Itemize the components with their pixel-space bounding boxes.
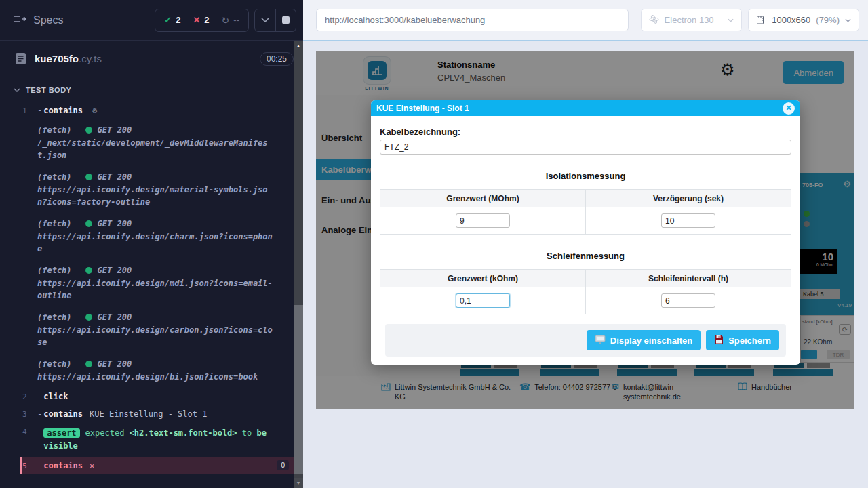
spec-timer: 00:25 [260,52,294,66]
scroll-down-arrow-icon[interactable]: ▼ [294,478,303,488]
options-gear-icon: ⚙ [92,106,97,115]
chevron-down-icon [14,88,20,92]
fetch-log-entry[interactable]: (fetch)GET 200 https://api.iconify.desig… [22,213,294,260]
aut-toolbar: Electron 130 1000x660 (79%) [303,0,868,41]
stat-failed[interactable]: ✕2 [188,15,214,25]
specs-button[interactable]: Specs [14,14,63,26]
command-row-assert[interactable]: 4 - assertexpected <h2.text-sm.font-bold… [22,423,294,457]
fetch-log-entry[interactable]: (fetch)GET 200 https://api.iconify.desig… [22,306,294,353]
close-icon[interactable]: ✕ [783,102,795,115]
stat-pending[interactable]: ↻-- [217,15,244,26]
status-ok-dot [85,314,92,321]
electron-icon [649,14,659,26]
cross-icon: ✕ [193,15,200,25]
command-param: KUE Einstellung - Slot 1 [90,409,207,419]
status-ok-dot [85,127,92,134]
stat-passed[interactable]: ✓2 [159,15,185,25]
cable-name-input[interactable] [380,140,791,155]
status-ok-dot [85,220,92,227]
run-controls [254,9,296,32]
ruler-icon [756,14,766,26]
collapse-button[interactable] [255,9,275,31]
stop-button[interactable] [275,9,296,31]
command-row-click[interactable]: 2 - click [22,388,294,405]
isolation-table: Grenzwert (MOhm) Verzögerung (sek) [380,189,791,235]
specs-label: Specs [33,14,63,26]
chevron-down-icon [728,18,734,22]
loop-col2-header: Schleifenintervall (h) [586,270,791,287]
aut-region: Electron 130 1000x660 (79%) LITTWI [303,0,868,488]
test-stats: ✓2 ✕2 ↻-- [155,9,249,32]
display-on-button[interactable]: Display einschalten [587,330,701,350]
scrollbar-thumb[interactable] [294,305,303,474]
fetch-log-entry[interactable]: (fetch)GET 200 https://api.iconify.desig… [22,353,294,388]
chevron-down-icon [845,18,851,22]
fail-cross-icon: ✕ [90,461,94,470]
command-log: 1 - contains ⚙ (fetch)GET 200 /_next/sta… [22,102,294,474]
save-button[interactable]: Speichern [706,330,779,350]
modal-title: KUE Einstellung - Slot 1 [376,104,469,113]
spec-extension: .cy.ts [79,53,102,64]
test-body-toggle[interactable]: TEST BODY [0,80,303,100]
status-ok-dot [85,174,92,180]
iso-limit-input[interactable] [456,214,510,228]
fetch-log-entry[interactable]: (fetch)GET 200 https://api.iconify.desig… [22,166,294,213]
retry-count-badge: 0 [277,460,289,470]
cypress-reporter-panel: Specs ✓2 ✕2 ↻-- kue705fo .cy.ts 00:25 [0,0,303,488]
command-row-contains-1[interactable]: 1 - contains ⚙ [22,102,294,119]
check-icon: ✓ [164,15,172,25]
assert-badge: assert [43,428,79,438]
specs-list-icon [14,14,26,26]
iso-col2-header: Verzögerung (sek) [586,190,791,207]
modal-body: Kabelbezeichnung: Isolationsmessung Gren… [371,116,800,357]
fetch-log-entry[interactable]: (fetch)GET 200 /_next/static/development… [22,119,294,166]
floppy-disk-icon [714,335,724,346]
monitor-icon [595,335,606,346]
reporter-header: Specs ✓2 ✕2 ↻-- [0,0,303,41]
iso-delay-input[interactable] [661,214,715,228]
spec-file-row[interactable]: kue705fo .cy.ts 00:25 [0,41,303,77]
loop-col1-header: Grenzwert (kOhm) [380,270,586,287]
status-ok-dot [85,267,92,274]
browser-select[interactable]: Electron 130 [641,9,743,31]
loop-interval-input[interactable] [661,293,715,308]
url-input[interactable] [316,9,629,31]
loop-heading: Schleifenmessung [380,251,791,261]
screen: Specs ✓2 ✕2 ↻-- kue705fo .cy.ts 00:25 [0,0,868,488]
chevron-down-icon [261,18,269,22]
command-row-contains-failed[interactable]: 5 - contains ✕ 0 [20,457,294,474]
command-row-contains-3[interactable]: 3 - contains KUE Einstellung - Slot 1 [22,405,294,423]
cable-name-label: Kabelbezeichnung: [380,127,791,137]
modal-footer: Display einschalten Speichern [385,324,786,357]
stop-icon [282,16,290,24]
reporter-scrollbar[interactable]: ▲ ▼ [294,41,303,488]
test-body-label: TEST BODY [26,86,71,94]
aut-stage: LITTWIN Stationsname CPLV4_Maschen ⚙ Abm… [303,41,868,488]
modal-header: KUE Einstellung - Slot 1 ✕ [371,100,800,116]
fetch-log-entry[interactable]: (fetch)GET 200 https://api.iconify.desig… [22,260,294,306]
iso-col1-header: Grenzwert (MOhm) [380,190,586,207]
loop-limit-input[interactable] [456,293,510,308]
kue-settings-modal: KUE Einstellung - Slot 1 ✕ Kabelbezeichn… [371,100,800,365]
viewport-select[interactable]: 1000x660 (79%) [748,9,859,31]
assert-selector: <h2.text-sm.font-bold> [130,428,237,438]
isolation-heading: Isolationsmessung [380,171,791,181]
scroll-up-arrow-icon[interactable]: ▲ [294,41,303,51]
pending-icon: ↻ [222,15,230,26]
document-icon [15,52,26,65]
status-ok-dot [85,361,92,367]
loop-table: Grenzwert (kOhm) Schleifenintervall (h) [380,269,791,314]
kue-app: LITTWIN Stationsname CPLV4_Maschen ⚙ Abm… [316,51,854,409]
spec-name: kue705fo [35,53,79,64]
